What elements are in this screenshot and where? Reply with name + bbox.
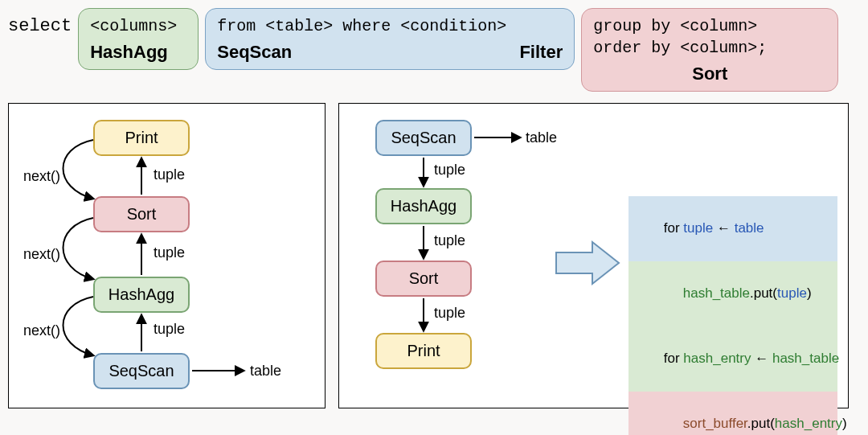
- label-next-2: next(): [23, 246, 60, 263]
- label-table: table: [250, 363, 281, 380]
- sql-box-hashagg: <columns> HashAgg: [78, 8, 199, 70]
- label-tuple-2: tuple: [154, 244, 185, 261]
- panel-codegen-model: SeqScan HashAgg Sort Print tuple tuple t…: [338, 103, 849, 408]
- label-table-r: table: [526, 129, 557, 146]
- code-line-3: for hash_entry ← hash_table: [628, 326, 837, 392]
- operator-label-hashagg: HashAgg: [90, 42, 168, 63]
- operator-label-sort: Sort: [692, 64, 727, 84]
- node-sort-r: Sort: [375, 261, 472, 297]
- node-sort: Sort: [93, 196, 190, 232]
- node-hashagg-r: HashAgg: [375, 188, 472, 224]
- sql-columns-placeholder: <columns>: [90, 15, 186, 37]
- label-tuple-1: tuple: [154, 166, 185, 183]
- label-tuple-3: tuple: [154, 321, 185, 338]
- panel-iterator-model: Print Sort HashAgg SeqScan next() next()…: [8, 103, 326, 408]
- code-arrow-icon: [556, 242, 619, 284]
- code-line-2: hash_table.put(tuple): [628, 261, 837, 326]
- label-next-3: next(): [23, 322, 60, 339]
- label-tuple-r1: tuple: [434, 162, 465, 179]
- node-seqscan-r: SeqScan: [375, 120, 472, 156]
- operator-label-seqscan: SeqScan: [217, 42, 292, 63]
- label-tuple-r3: tuple: [434, 305, 465, 322]
- sql-box-sort: group by <column> order by <column>; Sor…: [581, 8, 838, 92]
- label-next-1: next(): [23, 168, 60, 185]
- code-line-4: sort_buffer.put(hash_entry): [628, 392, 837, 435]
- label-tuple-r2: tuple: [434, 232, 465, 249]
- node-print: Print: [93, 120, 190, 156]
- sql-from-where: from <table> where <condition>: [217, 15, 563, 37]
- generated-code-block: for tuple ← table hash_table.put(tuple) …: [628, 196, 837, 435]
- sql-order-by: order by <column>;: [593, 37, 826, 59]
- node-print-r: Print: [375, 333, 472, 369]
- node-hashagg: HashAgg: [93, 277, 190, 313]
- operator-label-filter: Filter: [519, 42, 563, 63]
- diagram-panels: Print Sort HashAgg SeqScan next() next()…: [8, 103, 860, 408]
- svg-marker-8: [556, 242, 619, 284]
- sql-select-keyword: select: [8, 8, 72, 36]
- sql-breakdown-row: select <columns> HashAgg from <table> wh…: [8, 8, 860, 92]
- code-line-1: for tuple ← table: [628, 196, 837, 261]
- sql-group-by: group by <column>: [593, 15, 826, 37]
- sql-box-seqscan-filter: from <table> where <condition> SeqScan F…: [205, 8, 575, 70]
- node-seqscan: SeqScan: [93, 353, 190, 389]
